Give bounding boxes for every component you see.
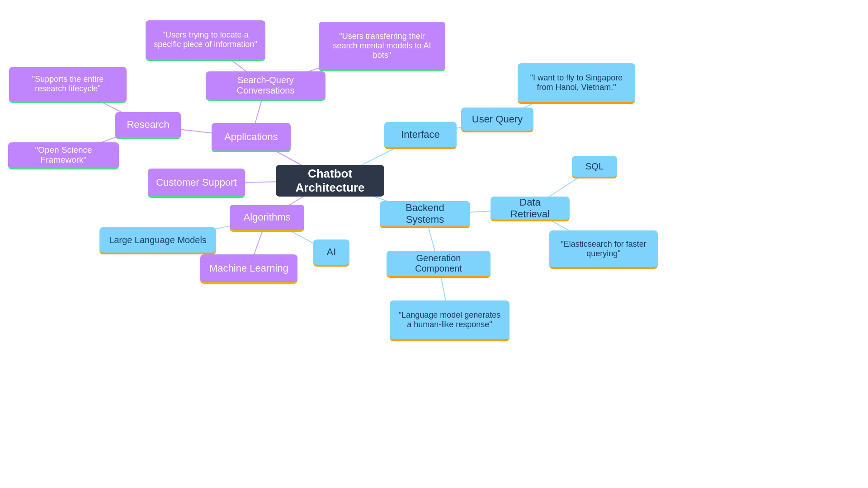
center-label: Chatbot Architecture: [284, 167, 376, 195]
users-locate-label: "Users trying to locate a specific piece…: [154, 30, 257, 49]
supports-research-label: "Supports the entire research lifecycle": [17, 75, 118, 94]
open-science-node: "Open Science Framework": [8, 142, 119, 169]
fly-singapore-label: "I want to fly to Singapore from Hanoi, …: [526, 73, 627, 92]
machine-learning-label: Machine Learning: [209, 263, 288, 274]
large-language-models-node: Large Language Models: [99, 227, 216, 254]
research-node: Research: [115, 112, 181, 139]
customer-support-node: Customer Support: [148, 169, 245, 198]
fly-singapore-node: "I want to fly to Singapore from Hanoi, …: [518, 63, 635, 104]
data-retrieval-label: Data Retrieval: [499, 197, 561, 220]
generation-component-node: Generation Component: [387, 251, 491, 278]
sql-node: SQL: [572, 156, 617, 178]
elasticsearch-node: "Elasticsearch for faster querying": [549, 230, 658, 269]
user-query-label: User Query: [472, 113, 523, 125]
supports-research-node: "Supports the entire research lifecycle": [9, 67, 127, 103]
search-query-label: Search-Query Conversations: [214, 75, 317, 96]
users-transfer-node: "Users transferring their search mental …: [319, 22, 445, 71]
research-label: Research: [127, 119, 169, 131]
users-locate-node: "Users trying to locate a specific piece…: [146, 20, 265, 61]
ai-node: AI: [313, 239, 349, 267]
large-language-models-label: Large Language Models: [109, 235, 207, 245]
data-retrieval-node: Data Retrieval: [491, 197, 570, 221]
algorithms-label: Algorithms: [244, 211, 291, 223]
generation-component-label: Generation Component: [395, 253, 482, 274]
sql-label: SQL: [585, 161, 604, 172]
customer-support-label: Customer Support: [156, 177, 237, 188]
interface-node: Interface: [384, 122, 457, 149]
open-science-label: "Open Science Framework": [16, 145, 111, 165]
applications-node: Applications: [212, 123, 291, 152]
user-query-node: User Query: [461, 108, 533, 132]
center-node: Chatbot Architecture: [276, 165, 384, 197]
backend-systems-label: Backend Systems: [388, 202, 462, 225]
ai-label: AI: [327, 246, 336, 258]
language-model-node: "Language model generates a human-like r…: [390, 300, 509, 341]
users-transfer-label: "Users transferring their search mental …: [327, 32, 437, 60]
language-model-label: "Language model generates a human-like r…: [398, 310, 501, 329]
machine-learning-node: Machine Learning: [200, 254, 297, 284]
search-query-node: Search-Query Conversations: [206, 71, 326, 101]
elasticsearch-label: "Elasticsearch for faster querying": [557, 239, 650, 258]
applications-label: Applications: [224, 131, 278, 143]
algorithms-node: Algorithms: [230, 205, 304, 232]
backend-systems-node: Backend Systems: [380, 201, 470, 228]
interface-label: Interface: [401, 129, 440, 141]
